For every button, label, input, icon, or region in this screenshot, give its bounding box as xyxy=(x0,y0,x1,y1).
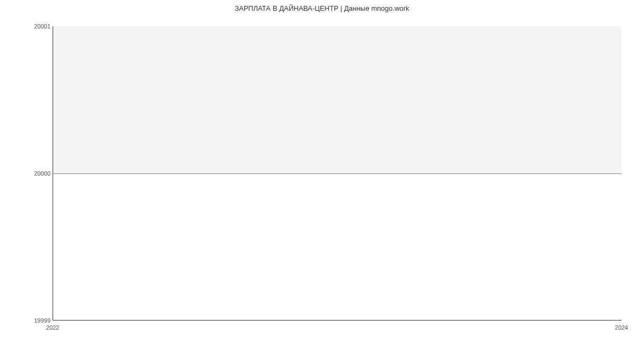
y-tick-label: 20000 xyxy=(18,170,50,177)
x-tick-label: 2022 xyxy=(46,324,59,331)
data-line xyxy=(53,173,621,174)
plot-area xyxy=(53,26,621,321)
area-fill xyxy=(53,26,621,173)
y-tick-label: 20001 xyxy=(18,23,50,30)
x-tick-label: 2024 xyxy=(615,324,628,331)
chart-container: ЗАРПЛАТА В ДАЙНАВА-ЦЕНТР | Данные mnogo.… xyxy=(0,0,644,349)
chart-title: ЗАРПЛАТА В ДАЙНАВА-ЦЕНТР | Данные mnogo.… xyxy=(0,4,644,12)
y-tick-label: 19999 xyxy=(18,317,50,324)
